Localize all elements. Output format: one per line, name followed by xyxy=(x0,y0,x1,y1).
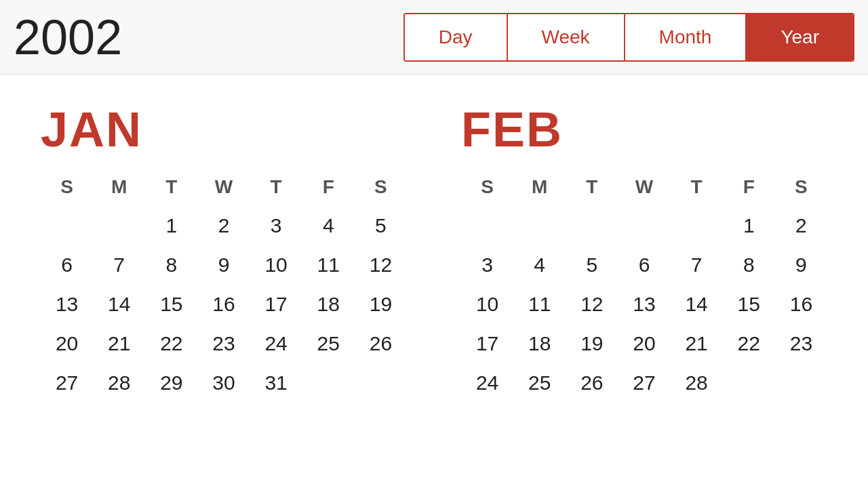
day-cell[interactable]: 1 xyxy=(145,209,197,243)
day-header: M xyxy=(513,171,566,203)
day-cell[interactable]: 29 xyxy=(145,366,197,400)
day-cell[interactable]: 15 xyxy=(723,287,775,321)
day-cell[interactable]: 7 xyxy=(671,248,723,282)
day-cell[interactable]: 3 xyxy=(461,248,513,282)
day-header: W xyxy=(197,171,250,203)
day-cell[interactable]: 2 xyxy=(775,209,827,243)
empty-cell xyxy=(41,209,93,243)
day-cell[interactable]: 30 xyxy=(197,366,250,400)
cal-grid: SMTWTFS123456789101112131415161718192021… xyxy=(461,171,827,400)
day-cell[interactable]: 8 xyxy=(723,248,775,282)
empty-cell xyxy=(513,209,566,243)
day-cell[interactable]: 20 xyxy=(618,327,670,361)
day-cell[interactable]: 19 xyxy=(355,287,407,321)
day-cell[interactable]: 19 xyxy=(566,327,618,361)
empty-cell xyxy=(618,209,670,243)
day-cell[interactable]: 11 xyxy=(513,287,566,321)
day-cell[interactable]: 31 xyxy=(250,366,302,400)
day-cell[interactable]: 14 xyxy=(671,287,723,321)
day-cell[interactable]: 27 xyxy=(41,366,93,400)
day-cell[interactable]: 28 xyxy=(671,366,723,400)
day-cell[interactable]: 4 xyxy=(513,248,566,282)
day-cell[interactable]: 27 xyxy=(618,366,670,400)
day-cell[interactable]: 9 xyxy=(197,248,250,282)
day-header: T xyxy=(566,171,618,203)
tab-year[interactable]: Year xyxy=(747,14,853,60)
day-cell[interactable]: 10 xyxy=(250,248,302,282)
year-title: 2002 xyxy=(14,9,122,65)
day-cell[interactable]: 6 xyxy=(618,248,670,282)
day-header: M xyxy=(93,171,145,203)
app-header: 2002 DayWeekMonthYear xyxy=(0,0,868,75)
day-cell[interactable]: 6 xyxy=(41,248,93,282)
day-header: S xyxy=(461,171,513,203)
day-cell[interactable]: 22 xyxy=(145,327,197,361)
day-cell[interactable]: 16 xyxy=(775,287,827,321)
day-header: S xyxy=(355,171,407,203)
calendar-area: JANSMTWTFS123456789101112131415161718192… xyxy=(0,75,868,432)
day-cell[interactable]: 26 xyxy=(355,327,407,361)
tab-week[interactable]: Week xyxy=(508,14,625,60)
day-cell[interactable]: 1 xyxy=(723,209,775,243)
day-cell[interactable]: 8 xyxy=(145,248,197,282)
week-row: 10111213141516 xyxy=(461,287,827,321)
day-cell[interactable]: 18 xyxy=(302,287,355,321)
day-cell[interactable]: 20 xyxy=(41,327,93,361)
day-cell[interactable]: 28 xyxy=(93,366,145,400)
week-row: 12345 xyxy=(41,209,407,243)
day-cell[interactable]: 11 xyxy=(302,248,355,282)
day-cell[interactable]: 26 xyxy=(566,366,618,400)
day-cell[interactable]: 5 xyxy=(566,248,618,282)
day-cell[interactable]: 23 xyxy=(775,327,827,361)
day-header: T xyxy=(250,171,302,203)
day-cell[interactable]: 5 xyxy=(355,209,407,243)
month-block-jan: JANSMTWTFS123456789101112131415161718192… xyxy=(41,102,407,405)
day-cell[interactable]: 4 xyxy=(302,209,355,243)
day-cell[interactable]: 25 xyxy=(513,366,566,400)
week-row: 13141516171819 xyxy=(41,287,407,321)
day-header: F xyxy=(302,171,355,203)
day-cell[interactable]: 16 xyxy=(197,287,250,321)
view-tabs: DayWeekMonthYear xyxy=(403,13,854,62)
day-cell[interactable]: 9 xyxy=(775,248,827,282)
day-cell[interactable]: 2 xyxy=(197,209,250,243)
day-cell[interactable]: 13 xyxy=(618,287,670,321)
empty-cell xyxy=(566,209,618,243)
day-cell[interactable]: 23 xyxy=(197,327,250,361)
empty-cell xyxy=(355,366,407,400)
cal-grid: SMTWTFS123456789101112131415161718192021… xyxy=(41,171,407,400)
day-cell[interactable]: 22 xyxy=(723,327,775,361)
month-block-feb: FEBSMTWTFS123456789101112131415161718192… xyxy=(461,102,827,405)
day-header: T xyxy=(145,171,197,203)
day-cell[interactable]: 13 xyxy=(41,287,93,321)
day-cell[interactable]: 7 xyxy=(93,248,145,282)
day-header: F xyxy=(723,171,775,203)
day-cell[interactable]: 17 xyxy=(461,327,513,361)
day-cell[interactable]: 17 xyxy=(250,287,302,321)
day-cell[interactable]: 14 xyxy=(93,287,145,321)
day-cell[interactable]: 18 xyxy=(513,327,566,361)
week-row: 20212223242526 xyxy=(41,327,407,361)
day-cell[interactable]: 25 xyxy=(302,327,355,361)
month-name: FEB xyxy=(461,102,827,157)
day-cell[interactable]: 21 xyxy=(93,327,145,361)
empty-cell xyxy=(93,209,145,243)
day-cell[interactable]: 24 xyxy=(250,327,302,361)
month-name: JAN xyxy=(41,102,407,157)
day-cell[interactable]: 12 xyxy=(355,248,407,282)
day-cell[interactable]: 15 xyxy=(145,287,197,321)
day-cell[interactable]: 24 xyxy=(461,366,513,400)
day-cell[interactable]: 3 xyxy=(250,209,302,243)
day-header: W xyxy=(618,171,670,203)
empty-cell xyxy=(775,366,827,400)
day-header: S xyxy=(775,171,827,203)
empty-cell xyxy=(671,209,723,243)
tab-month[interactable]: Month xyxy=(625,14,747,60)
tab-day[interactable]: Day xyxy=(405,14,508,60)
week-row: 12 xyxy=(461,209,827,243)
week-row: 17181920212223 xyxy=(461,327,827,361)
day-cell[interactable]: 21 xyxy=(671,327,723,361)
day-cell[interactable]: 10 xyxy=(461,287,513,321)
week-row: 2728293031 xyxy=(41,366,407,400)
day-cell[interactable]: 12 xyxy=(566,287,618,321)
